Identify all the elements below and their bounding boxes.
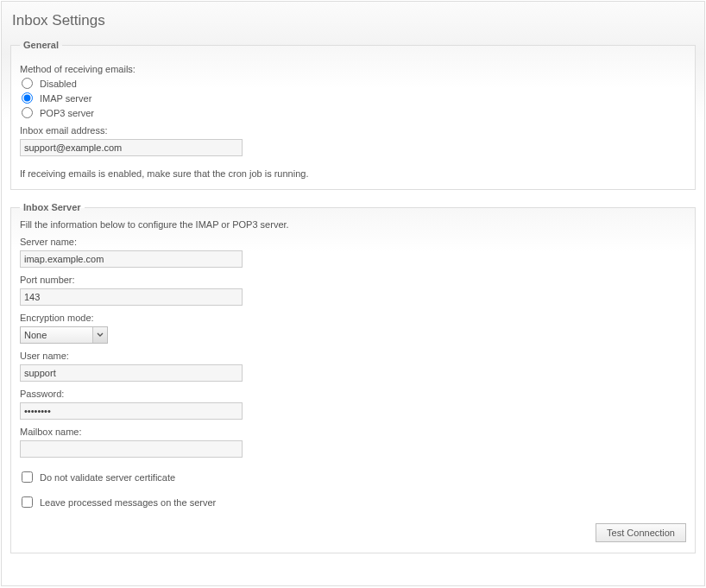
server-name-input[interactable] [20,250,243,268]
email-label: Inbox email address: [20,125,686,136]
method-radio-disabled[interactable] [22,78,33,89]
method-radio-imap[interactable] [22,92,33,104]
method-option-pop3[interactable]: POP3 server [20,107,686,118]
settings-panel: Inbox Settings General Method of receivi… [1,1,705,586]
server-intro: Fill the information below to configure … [20,219,686,230]
user-input[interactable] [20,364,243,382]
method-option-imap[interactable]: IMAP server [20,92,686,104]
encryption-select[interactable]: None [20,326,108,344]
leave-messages-checkbox[interactable] [22,496,33,508]
chevron-down-icon [92,327,107,343]
port-input[interactable] [20,288,243,306]
method-label: Method of receiving emails: [20,64,686,74]
method-radio-disabled-label: Disabled [40,79,77,89]
test-connection-button[interactable]: Test Connection [596,523,686,542]
page-title: Inbox Settings [12,12,696,29]
no-validate-checkbox[interactable] [22,471,33,483]
no-validate-row[interactable]: Do not validate server certificate [20,471,686,483]
no-validate-label: Do not validate server certificate [40,472,175,483]
leave-messages-row[interactable]: Leave processed messages on the server [20,496,686,508]
leave-messages-label: Leave processed messages on the server [40,497,216,508]
general-fieldset: General Method of receiving emails: Disa… [10,40,696,190]
inbox-email-input[interactable] [20,139,243,156]
encryption-select-value: None [21,330,92,340]
inbox-server-fieldset: Inbox Server Fill the information below … [10,202,696,553]
port-label: Port number: [20,275,686,285]
encryption-label: Encryption mode: [20,313,686,323]
method-radio-pop3-label: POP3 server [40,108,94,118]
user-label: User name: [20,351,686,361]
method-option-disabled[interactable]: Disabled [20,78,686,89]
server-legend: Inbox Server [20,202,85,212]
method-radio-pop3[interactable] [22,107,33,118]
button-row: Test Connection [20,523,686,542]
general-legend: General [20,40,62,50]
cron-note: If receiving emails is enabled, make sur… [20,168,686,179]
password-input[interactable] [20,402,243,420]
method-radio-imap-label: IMAP server [40,93,91,104]
mailbox-label: Mailbox name: [20,427,686,437]
mailbox-input[interactable] [20,440,243,458]
password-label: Password: [20,389,686,399]
server-name-label: Server name: [20,237,686,247]
